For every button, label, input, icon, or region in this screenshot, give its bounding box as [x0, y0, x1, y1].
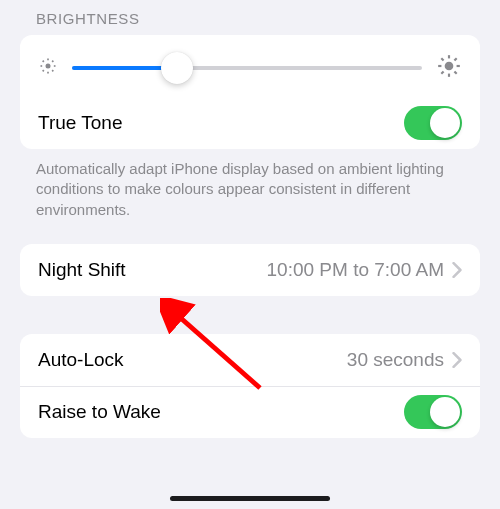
true-tone-footer: Automatically adapt iPhone display based… — [0, 149, 500, 244]
raise-to-wake-row: Raise to Wake — [20, 386, 480, 438]
svg-point-9 — [445, 62, 454, 71]
svg-line-7 — [43, 70, 44, 71]
toggle-knob — [430, 397, 460, 427]
raise-to-wake-label: Raise to Wake — [38, 401, 161, 423]
true-tone-row: True Tone — [20, 97, 480, 149]
svg-line-8 — [52, 61, 53, 62]
home-indicator[interactable] — [170, 496, 330, 501]
chevron-right-icon — [452, 262, 462, 278]
brightness-slider-row — [20, 35, 480, 97]
svg-line-6 — [52, 70, 53, 71]
auto-lock-row[interactable]: Auto-Lock 30 seconds — [20, 334, 480, 386]
true-tone-label: True Tone — [38, 112, 123, 134]
brightness-slider[interactable] — [72, 66, 422, 70]
chevron-right-icon — [452, 352, 462, 368]
brightness-slider-thumb[interactable] — [161, 52, 193, 84]
svg-line-5 — [43, 61, 44, 62]
auto-lock-label: Auto-Lock — [38, 349, 124, 371]
auto-lock-value: 30 seconds — [347, 349, 444, 371]
svg-line-17 — [454, 58, 456, 60]
night-shift-label: Night Shift — [38, 259, 126, 281]
brightness-card: True Tone — [20, 35, 480, 149]
sun-low-icon — [38, 56, 58, 80]
sun-high-icon — [436, 53, 462, 83]
night-shift-value: 10:00 PM to 7:00 AM — [267, 259, 444, 281]
section-header-brightness: BRIGHTNESS — [0, 0, 500, 35]
svg-line-16 — [441, 71, 443, 73]
svg-line-14 — [441, 58, 443, 60]
autolock-card: Auto-Lock 30 seconds Raise to Wake — [20, 334, 480, 438]
night-shift-row[interactable]: Night Shift 10:00 PM to 7:00 AM — [20, 244, 480, 296]
toggle-knob — [430, 108, 460, 138]
svg-point-0 — [46, 64, 51, 69]
svg-line-15 — [454, 71, 456, 73]
night-shift-card: Night Shift 10:00 PM to 7:00 AM — [20, 244, 480, 296]
raise-to-wake-toggle[interactable] — [404, 395, 462, 429]
true-tone-toggle[interactable] — [404, 106, 462, 140]
